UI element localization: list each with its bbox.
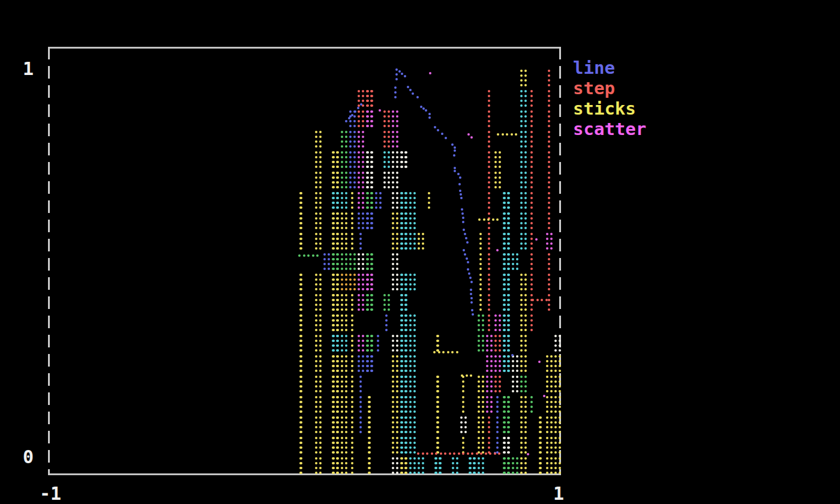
x-axis-tick-label-right: 1 bbox=[553, 484, 564, 504]
y-axis-tick-label-top: 1 bbox=[23, 59, 34, 79]
x-axis-tick-label-left: -1 bbox=[40, 484, 61, 504]
legend-item-scatter: scatter bbox=[573, 119, 646, 139]
legend: linestepsticksscatter bbox=[573, 58, 646, 139]
legend-item-sticks: sticks bbox=[573, 98, 646, 119]
y-axis-tick-label-bottom: 0 bbox=[23, 447, 34, 467]
legend-item-step: step bbox=[573, 78, 646, 98]
legend-item-line: line bbox=[573, 58, 646, 78]
plot-dot-field bbox=[0, 0, 840, 504]
terminal-plot-screen: 1 0 -1 1 linestepsticksscatter bbox=[0, 0, 840, 504]
